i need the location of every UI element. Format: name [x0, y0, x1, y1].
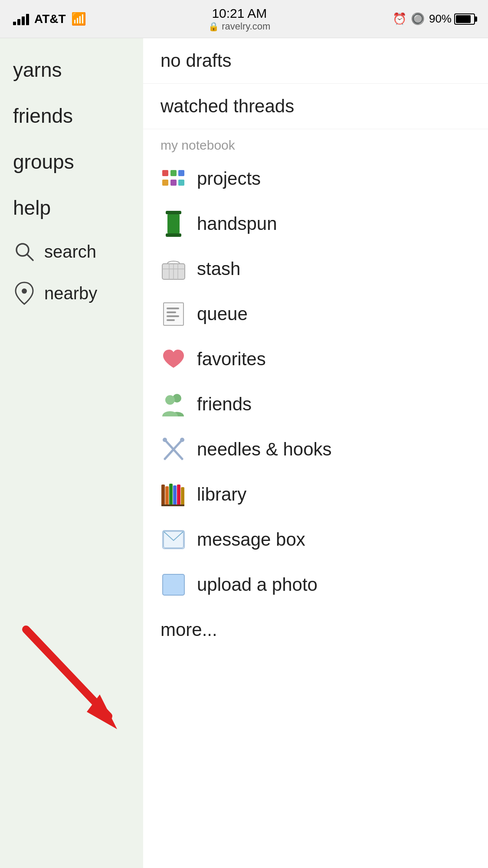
svg-rect-25 [181, 487, 184, 506]
sidebar-item-search[interactable]: search [0, 231, 143, 272]
svg-rect-8 [166, 233, 181, 237]
battery-icon [454, 13, 475, 25]
status-bar: AT&T 📶 10:21 AM 🔒 ravelry.com ⏰ 🔘 90% [0, 0, 488, 38]
status-left: AT&T 📶 [13, 12, 86, 26]
content-item-watched-threads[interactable]: watched threads [143, 84, 488, 129]
content-item-needles-hooks[interactable]: needles & hooks [143, 427, 488, 472]
upload-photo-icon [160, 572, 187, 598]
url-text: ravelry.com [222, 21, 270, 32]
content-item-favorites[interactable]: favorites [143, 337, 488, 382]
svg-rect-26 [161, 504, 184, 506]
svg-line-1 [27, 254, 33, 260]
svg-rect-22 [169, 484, 173, 506]
content-item-no-drafts[interactable]: no drafts [143, 38, 488, 84]
alarm-icon: ⏰ [393, 12, 406, 26]
search-icon [13, 240, 36, 263]
carrier-label: AT&T [34, 12, 66, 26]
svg-rect-6 [166, 211, 181, 214]
library-icon [160, 481, 187, 508]
svg-rect-24 [177, 485, 180, 506]
battery: 90% [429, 12, 475, 26]
content-item-projects[interactable]: projects [143, 156, 488, 201]
content-item-more[interactable]: more... [143, 607, 488, 652]
url-bar: 🔒 ravelry.com [208, 21, 270, 32]
needles-hooks-icon [160, 436, 187, 462]
content-area: no drafts watched threads my notebook pr… [143, 38, 488, 868]
time-display: 10:21 AM [208, 6, 270, 21]
friends-icon [160, 391, 187, 417]
location-icon [13, 282, 36, 305]
stash-icon [160, 256, 187, 282]
svg-point-19 [180, 438, 184, 442]
main-layout: yarns friends groups help search [0, 38, 488, 868]
favorites-icon [160, 346, 187, 372]
notebook-section-header: my notebook [143, 129, 488, 156]
handspun-icon [160, 211, 187, 237]
content-item-message-box[interactable]: message box [143, 517, 488, 562]
svg-point-18 [163, 438, 167, 442]
svg-rect-21 [165, 486, 169, 506]
content-item-library[interactable]: library [143, 472, 488, 517]
sidebar-item-help[interactable]: help [0, 185, 143, 231]
content-item-friends[interactable]: friends [143, 382, 488, 427]
lock-icon: 🔒 [208, 21, 219, 32]
svg-point-15 [165, 395, 175, 405]
sidebar-item-yarns[interactable]: yarns [0, 47, 143, 93]
sidebar-item-nearby[interactable]: nearby [0, 272, 143, 314]
sidebar: yarns friends groups help search [0, 38, 143, 868]
message-box-icon [160, 527, 187, 553]
status-center-block: 10:21 AM 🔒 ravelry.com [208, 6, 270, 32]
at-icon: 🔘 [411, 12, 425, 26]
sidebar-item-groups[interactable]: groups [0, 139, 143, 185]
projects-icon [160, 166, 187, 192]
red-arrow-annotation [13, 616, 134, 738]
content-item-upload-photo[interactable]: upload a photo [143, 562, 488, 607]
wifi-icon: 📶 [71, 12, 86, 26]
svg-rect-7 [167, 214, 180, 233]
content-item-handspun[interactable]: handspun [143, 201, 488, 246]
battery-percent: 90% [429, 12, 452, 26]
svg-rect-20 [161, 485, 165, 506]
svg-point-2 [22, 288, 27, 294]
signal-bars [13, 13, 29, 25]
content-item-queue[interactable]: queue [143, 292, 488, 337]
svg-rect-23 [173, 485, 177, 506]
content-item-stash[interactable]: stash [143, 246, 488, 292]
sidebar-item-friends[interactable]: friends [0, 93, 143, 139]
status-right: ⏰ 🔘 90% [393, 12, 475, 26]
queue-icon [160, 301, 187, 327]
